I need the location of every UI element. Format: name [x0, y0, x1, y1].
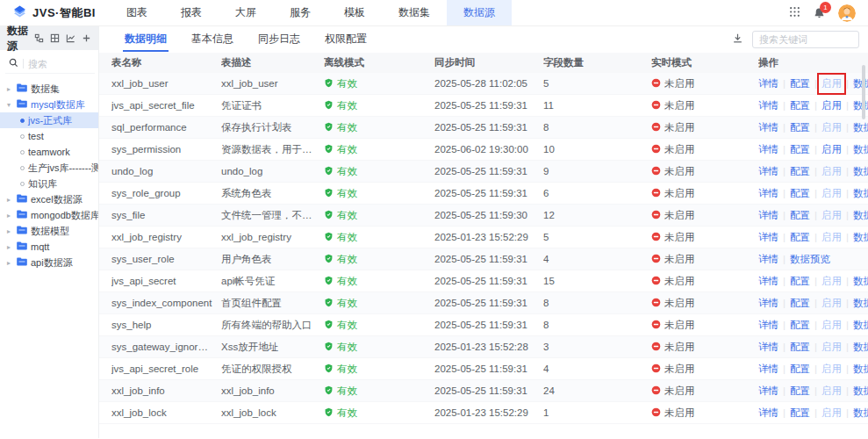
- grid-view-icon[interactable]: [50, 33, 60, 43]
- table-search-input[interactable]: [759, 34, 852, 45]
- op-数据预览[interactable]: 数据预览: [853, 143, 868, 156]
- op-数据预览[interactable]: 数据预览: [853, 385, 868, 398]
- op-配置[interactable]: 配置: [790, 363, 810, 376]
- op-详情[interactable]: 详情: [758, 165, 778, 178]
- op-详情[interactable]: 详情: [758, 407, 778, 420]
- add-datasource-icon[interactable]: [82, 33, 91, 43]
- tree-leaf-jvs-正式库[interactable]: jvs-正式库: [0, 112, 98, 128]
- tree-leaf-teamwork[interactable]: teamwork: [0, 144, 98, 160]
- op-详情[interactable]: 详情: [758, 143, 778, 156]
- op-启用[interactable]: 启用: [821, 363, 842, 376]
- caret-down-icon[interactable]: ▾: [7, 101, 13, 109]
- op-数据预览[interactable]: 数据预览: [853, 121, 868, 134]
- apps-grid-icon[interactable]: [789, 6, 800, 20]
- tree-folder-api数据源[interactable]: ▸api数据源: [0, 255, 98, 270]
- nav-item-模板[interactable]: 模板: [327, 0, 382, 25]
- op-详情[interactable]: 详情: [758, 253, 778, 266]
- nav-item-数据集[interactable]: 数据集: [382, 0, 447, 25]
- caret-right-icon[interactable]: ▸: [7, 196, 13, 204]
- caret-right-icon[interactable]: ▸: [7, 259, 13, 267]
- tab-基本信息[interactable]: 基本信息: [179, 26, 246, 53]
- trend-chart-icon[interactable]: [66, 33, 75, 43]
- op-详情[interactable]: 详情: [758, 341, 778, 354]
- op-配置[interactable]: 配置: [790, 341, 810, 354]
- tree-leaf-test[interactable]: test: [0, 128, 98, 144]
- op-配置[interactable]: 配置: [790, 77, 810, 90]
- op-数据预览[interactable]: 数据预览: [853, 209, 868, 222]
- op-数据预览[interactable]: 数据预览: [853, 99, 868, 112]
- op-详情[interactable]: 详情: [758, 121, 778, 134]
- sidebar-search-input[interactable]: [28, 59, 81, 69]
- nav-item-图表[interactable]: 图表: [110, 0, 164, 25]
- op-启用[interactable]: 启用: [821, 231, 842, 244]
- op-启用[interactable]: 启用: [821, 121, 842, 134]
- op-配置[interactable]: 配置: [790, 209, 810, 222]
- op-详情[interactable]: 详情: [758, 209, 778, 222]
- op-启用[interactable]: 启用: [821, 143, 842, 156]
- tree-folder-数据集[interactable]: ▸数据集: [0, 81, 98, 97]
- caret-right-icon[interactable]: ▸: [7, 212, 13, 220]
- structure-icon[interactable]: [34, 33, 44, 43]
- op-配置[interactable]: 配置: [790, 165, 810, 178]
- caret-right-icon[interactable]: ▸: [7, 243, 13, 251]
- op-数据预览[interactable]: 数据预览: [853, 165, 868, 178]
- nav-item-数据源[interactable]: 数据源: [447, 0, 512, 25]
- vertical-scrollbar[interactable]: [862, 65, 865, 119]
- nav-item-大屏[interactable]: 大屏: [219, 0, 273, 25]
- op-配置[interactable]: 配置: [790, 385, 810, 398]
- op-详情[interactable]: 详情: [758, 187, 778, 200]
- nav-item-服务[interactable]: 服务: [273, 0, 327, 25]
- tree-leaf-知识库[interactable]: 知识库: [0, 176, 98, 191]
- op-配置[interactable]: 配置: [790, 121, 810, 134]
- sidebar-search[interactable]: [5, 54, 95, 74]
- op-详情[interactable]: 详情: [758, 363, 778, 376]
- op-数据预览[interactable]: 数据预览: [853, 275, 868, 288]
- op-数据预览[interactable]: 数据预览: [853, 319, 868, 332]
- op-数据预览[interactable]: 数据预览: [853, 77, 868, 90]
- tree-leaf-生产jvs库-------测试[interactable]: 生产jvs库-------测试: [0, 160, 98, 176]
- op-启用[interactable]: 启用: [821, 297, 842, 310]
- op-启用[interactable]: 启用: [821, 407, 842, 420]
- op-数据预览[interactable]: 数据预览: [853, 187, 868, 200]
- op-配置[interactable]: 配置: [790, 187, 810, 200]
- op-启用[interactable]: 启用: [821, 319, 842, 332]
- op-详情[interactable]: 详情: [758, 385, 778, 398]
- tree-folder-mongodb数据库[interactable]: ▸mongodb数据库: [0, 207, 98, 223]
- op-启用[interactable]: 启用: [821, 99, 842, 112]
- caret-right-icon[interactable]: ▸: [7, 227, 13, 235]
- op-数据预览[interactable]: 数据预览: [853, 297, 868, 310]
- table-search[interactable]: [752, 31, 859, 48]
- tree-folder-mqtt[interactable]: ▸mqtt: [0, 239, 98, 255]
- op-启用[interactable]: 启用: [821, 209, 842, 222]
- op-详情[interactable]: 详情: [758, 275, 778, 288]
- op-配置[interactable]: 配置: [790, 99, 810, 112]
- op-详情[interactable]: 详情: [758, 77, 778, 90]
- tab-权限配置[interactable]: 权限配置: [312, 26, 379, 53]
- op-数据预览[interactable]: 数据预览: [853, 341, 868, 354]
- op-启用[interactable]: 启用: [821, 77, 842, 90]
- tree-folder-excel数据源[interactable]: ▸excel数据源: [0, 191, 98, 207]
- op-数据预览[interactable]: 数据预览: [853, 363, 868, 376]
- op-数据预览[interactable]: 数据预览: [853, 231, 868, 244]
- op-启用[interactable]: 启用: [821, 341, 842, 354]
- op-启用[interactable]: 启用: [821, 275, 842, 288]
- op-启用[interactable]: 启用: [821, 385, 842, 398]
- notifications-bell-icon[interactable]: 1: [814, 7, 825, 19]
- tree-folder-mysql数据库[interactable]: ▾mysql数据库: [0, 97, 98, 112]
- op-详情[interactable]: 详情: [758, 99, 778, 112]
- tab-同步日志[interactable]: 同步日志: [246, 26, 312, 53]
- user-avatar[interactable]: [838, 4, 856, 22]
- op-详情[interactable]: 详情: [758, 319, 778, 332]
- download-icon[interactable]: [732, 32, 743, 47]
- op-配置[interactable]: 配置: [790, 275, 810, 288]
- app-logo[interactable]: JVS·智能BI: [0, 0, 110, 25]
- op-启用[interactable]: 启用: [821, 187, 842, 200]
- op-数据预览[interactable]: 数据预览: [853, 407, 868, 420]
- op-启用[interactable]: 启用: [821, 165, 842, 178]
- tree-folder-数据模型[interactable]: ▸数据模型: [0, 223, 98, 239]
- op-配置[interactable]: 配置: [790, 297, 810, 310]
- op-数据预览[interactable]: 数据预览: [790, 253, 830, 266]
- op-配置[interactable]: 配置: [790, 231, 810, 244]
- nav-item-报表[interactable]: 报表: [164, 0, 219, 25]
- tab-数据明细[interactable]: 数据明细: [112, 26, 179, 53]
